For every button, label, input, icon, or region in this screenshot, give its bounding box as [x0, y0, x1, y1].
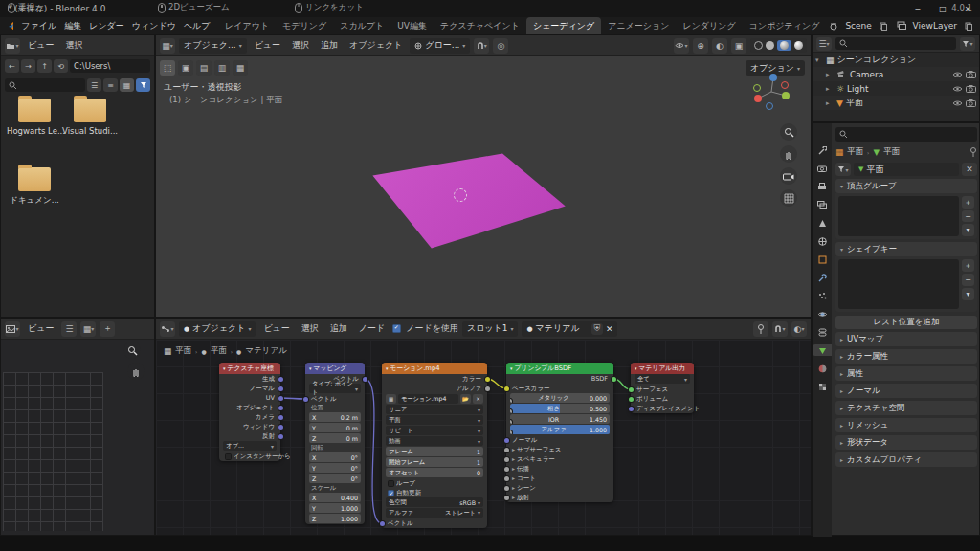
add-rest-position-button[interactable]: レスト位置を追加	[835, 316, 977, 329]
zoom-tool-icon[interactable]	[780, 123, 797, 141]
viewlayer-selector[interactable]: ViewLayer	[909, 21, 961, 31]
socket-base-color[interactable]	[504, 386, 509, 391]
ortho-grid-icon[interactable]	[780, 189, 797, 207]
menu-edit[interactable]: 編集	[60, 20, 85, 33]
visibility-dropdown-icon[interactable]: ▾	[674, 38, 689, 54]
scale-y-field[interactable]: Y1.000	[309, 503, 361, 513]
frame-field[interactable]: フレーム1	[386, 447, 483, 456]
section-specular[interactable]: ▸ スペキュラー	[506, 454, 613, 464]
projection-dropdown[interactable]: 平面▾	[386, 415, 483, 425]
panel-vertex-groups-header[interactable]: ▾頂点グループ	[835, 179, 977, 193]
tab-compositing[interactable]: コンポジティング	[743, 17, 827, 34]
menu-render[interactable]: レンダー	[85, 20, 128, 33]
image-name-field[interactable]: モーション.mp4	[398, 394, 458, 404]
tab-tool-icon[interactable]	[814, 144, 830, 156]
rotation-x-field[interactable]: X0°	[309, 452, 361, 462]
rotation-y-field[interactable]: Y0°	[309, 463, 361, 473]
tab-modifiers-icon[interactable]	[814, 272, 830, 283]
tab-texture-icon[interactable]	[814, 381, 830, 392]
hide-eye-icon[interactable]	[952, 85, 963, 93]
snap-magnet-icon[interactable]: ▾	[474, 38, 489, 54]
outliner-row-camera[interactable]: ▸ Camera	[813, 67, 979, 81]
ior-field[interactable]: IOR1.450	[510, 414, 610, 424]
vertex-group-specials-button[interactable]: ▾	[962, 224, 974, 236]
scale-x-field[interactable]: X0.400	[309, 493, 361, 502]
tab-object-icon[interactable]	[814, 253, 830, 265]
add-menu[interactable]: 追加	[317, 39, 342, 52]
tab-animation[interactable]: アニメーション	[601, 17, 676, 34]
socket-generated[interactable]	[278, 377, 283, 382]
remove-vertex-group-button[interactable]: −	[962, 210, 974, 223]
node-image-texture[interactable]: ▾モーション.mp4 カラー アルファ ▦ モーション.mp4 📂 ✕ リニア▾…	[382, 363, 487, 528]
file-menu-select[interactable]: 選択	[61, 39, 86, 52]
socket-color-out[interactable]	[485, 377, 490, 382]
image-editor-grid[interactable]	[3, 372, 103, 531]
editor-type-icon[interactable]: ▾	[5, 321, 20, 337]
select-mode-subtract-icon[interactable]: ▥	[214, 60, 230, 76]
socket-window[interactable]	[278, 425, 283, 430]
camera-view-icon[interactable]	[780, 167, 797, 185]
roughness-slider[interactable]: 粗さ0.500	[510, 404, 610, 413]
tab-layout[interactable]: レイアウト	[218, 17, 276, 34]
shading-rendered-button[interactable]	[794, 41, 803, 50]
panel-attributes-header[interactable]: ▸属性	[835, 366, 977, 381]
socket-camera[interactable]	[278, 415, 283, 420]
editor-type-icon[interactable]: ☰▾	[816, 37, 832, 51]
expand-arrow[interactable]: ▸	[826, 85, 834, 93]
filter-funnel-button[interactable]	[136, 78, 150, 92]
metallic-field[interactable]: メタリック0.000	[510, 393, 610, 403]
auto-refresh-checkbox[interactable]: 自動更新	[382, 488, 487, 497]
tab-render-icon[interactable]	[814, 163, 830, 174]
extension-dropdown[interactable]: リピート▾	[386, 426, 483, 435]
outliner-row-plane[interactable]: ▸ ▼ 平面	[813, 96, 979, 110]
socket-volume[interactable]	[629, 397, 634, 402]
socket-roughness[interactable]	[510, 409, 512, 413]
from-instancer-checkbox[interactable]: インスタンサーから	[219, 452, 280, 461]
loop-checkbox[interactable]: ループ	[382, 478, 487, 488]
outliner-search-input[interactable]	[835, 37, 956, 50]
unlink-image-icon[interactable]: ✕	[473, 394, 483, 404]
select-mode-extend-icon[interactable]: ▤	[196, 60, 212, 76]
panel-geometry-data-header[interactable]: ▸形状データ	[835, 435, 977, 450]
folder-item[interactable]: Hogwarts Le...	[7, 99, 62, 136]
expand-arrow[interactable]: ▸	[826, 71, 834, 78]
scale-z-field[interactable]: Z1.000	[309, 514, 361, 523]
alpha-mode-dropdown[interactable]: アルファストレート▾	[386, 508, 483, 518]
path-field[interactable]: C:\Users\	[70, 59, 150, 73]
new-image-icon[interactable]: ＋	[100, 321, 115, 337]
pin-icon[interactable]	[969, 147, 977, 157]
pan-hand-icon[interactable]	[780, 145, 797, 163]
offset-field[interactable]: オフセット0	[386, 468, 483, 477]
socket-reflection[interactable]	[278, 434, 283, 439]
disable-render-camera-icon[interactable]	[966, 99, 976, 107]
editor-type-icon[interactable]: ▦▾	[160, 38, 175, 54]
tab-output-icon[interactable]	[814, 181, 830, 192]
navigation-gizmo[interactable]	[749, 70, 793, 114]
start-frame-field[interactable]: 開始フレーム1	[386, 457, 483, 467]
plane-object[interactable]	[367, 148, 569, 253]
expand-arrow[interactable]: ▾	[815, 56, 823, 64]
xray-toggle-icon[interactable]: ▣	[731, 38, 746, 54]
hamburger-icon[interactable]: ☰	[61, 321, 77, 337]
orientation-dropdown[interactable]: グロー...▾	[410, 38, 470, 54]
panel-texture-space-header[interactable]: ▸テクスチャ空間	[835, 401, 977, 415]
back-button[interactable]: ←	[5, 59, 19, 73]
panel-shape-keys-header[interactable]: ▾シェイプキー	[835, 242, 977, 256]
target-dropdown[interactable]: 全て▾	[635, 374, 690, 384]
socket-vector-in[interactable]	[303, 397, 308, 402]
remove-shape-key-button[interactable]: −	[962, 274, 974, 286]
outliner-row-scene-collection[interactable]: ▾ ▦ シーンコレクション	[813, 53, 979, 67]
tab-rendering[interactable]: レンダリング	[676, 17, 742, 34]
new-viewlayer-icon[interactable]	[961, 18, 976, 33]
section-emission[interactable]: ▸ 放射	[506, 493, 613, 502]
panel-normals-header[interactable]: ▸ノーマル	[835, 384, 977, 398]
rotation-z-field[interactable]: Z0°	[309, 474, 361, 483]
folder-item[interactable]: ドキュメン...	[7, 167, 62, 207]
disable-render-camera-icon[interactable]	[966, 70, 976, 78]
socket-uv[interactable]	[278, 396, 283, 401]
object-field[interactable]: オブ...▾	[223, 441, 277, 451]
gizmo-toggle-icon[interactable]: ⊕	[693, 38, 708, 54]
location-z-field[interactable]: Z0 m	[309, 433, 361, 443]
active-tool-select-box-icon[interactable]: ⬚	[160, 60, 175, 76]
location-y-field[interactable]: Y0 m	[309, 423, 361, 432]
